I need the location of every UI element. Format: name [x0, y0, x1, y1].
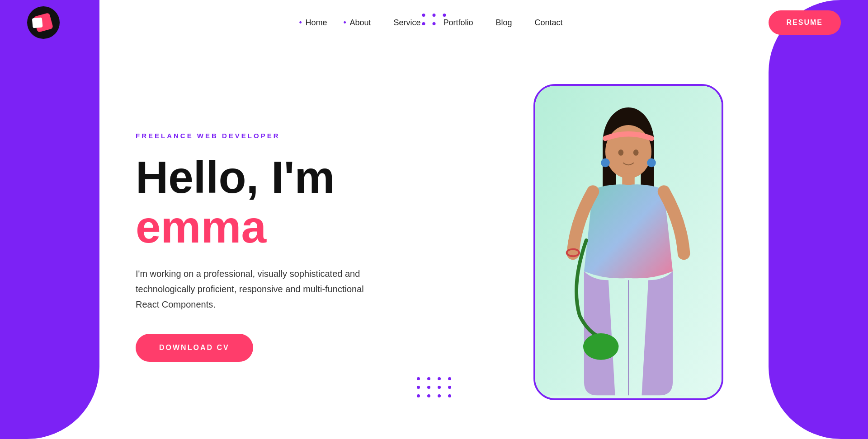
header: Home About Service Portfolio Blog Contac…	[0, 0, 868, 45]
download-cv-button[interactable]: DOWNLOAD CV	[136, 334, 253, 362]
left-blob	[0, 0, 99, 439]
dot-icon	[422, 22, 425, 25]
nav-service[interactable]: Service	[393, 18, 420, 28]
dot-icon	[438, 377, 441, 380]
dot-icon	[417, 386, 420, 389]
hero-title: Hello, I'm emma	[136, 152, 452, 252]
svg-point-10	[583, 333, 618, 360]
dot-icon	[417, 394, 420, 397]
photo-placeholder	[535, 86, 722, 398]
nav-home[interactable]: Home	[305, 18, 327, 28]
svg-point-12	[647, 159, 656, 168]
dots-decoration-bottom	[417, 377, 451, 403]
profile-photo-card	[533, 84, 723, 400]
nav-dots-top	[422, 14, 446, 31]
svg-point-6	[618, 149, 623, 156]
dot-icon	[433, 14, 436, 17]
nav-blog[interactable]: Blog	[496, 18, 512, 28]
hero-description: I'm working on a professional, visually …	[136, 266, 389, 312]
nav-about[interactable]: About	[349, 18, 371, 28]
resume-button[interactable]: RESUME	[769, 10, 841, 35]
dot-icon	[448, 377, 451, 380]
person-illustration	[535, 86, 722, 398]
hero-text: FREELANCE WEB DEVELOPER Hello, I'm emma …	[136, 123, 452, 362]
dot-icon	[417, 377, 420, 380]
right-blob	[769, 0, 868, 439]
svg-point-7	[633, 149, 639, 156]
dot-icon	[448, 386, 451, 389]
dot-icon	[433, 22, 436, 25]
dot-icon	[427, 394, 430, 397]
dot-icon	[443, 14, 446, 17]
dot-icon	[422, 14, 425, 17]
logo[interactable]	[27, 6, 60, 39]
hero-subtitle: FREELANCE WEB DEVELOPER	[136, 132, 452, 140]
logo-icon	[33, 13, 53, 33]
nav-portfolio[interactable]: Portfolio	[443, 18, 473, 28]
dot-icon	[438, 386, 441, 389]
hero-greeting: Hello, I'm	[136, 152, 335, 202]
dot-icon	[427, 377, 430, 380]
hero-name: emma	[136, 201, 266, 252]
svg-point-11	[601, 159, 610, 168]
dot-icon	[427, 386, 430, 389]
dot-icon	[448, 394, 451, 397]
dot-icon	[438, 394, 441, 397]
nav-contact[interactable]: Contact	[535, 18, 563, 28]
